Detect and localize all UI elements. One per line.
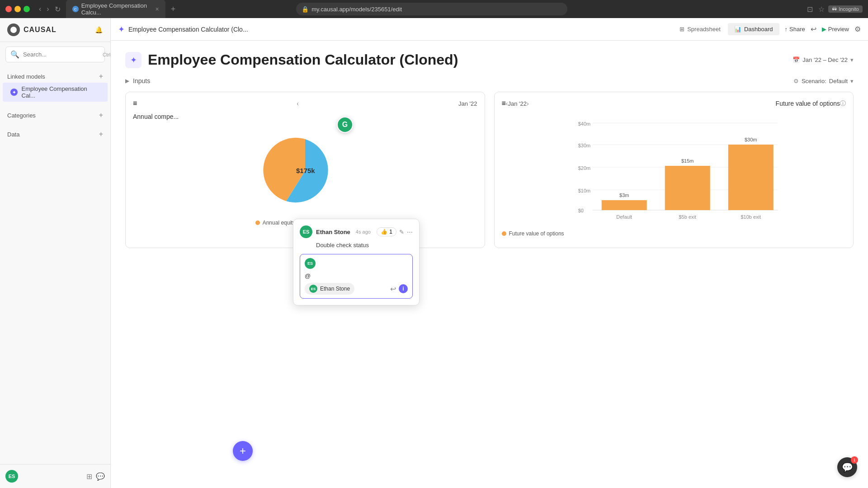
user-avatar: ES xyxy=(5,470,18,483)
comment-edit-btn[interactable]: ✎ xyxy=(399,229,404,235)
model-item-icon: ✦ xyxy=(10,88,18,96)
spreadsheet-icon[interactable]: ⊞ xyxy=(86,472,92,481)
model-title-icon: ✦ xyxy=(118,24,125,34)
add-category-btn[interactable]: + xyxy=(99,111,103,119)
model-title-area: ✦ Employee Compensation Calculator (Clo.… xyxy=(118,24,668,34)
linked-models-header: Linked models + xyxy=(0,70,110,82)
preview-label: Preview xyxy=(828,26,849,33)
new-tab-btn[interactable]: + xyxy=(171,5,176,14)
chart-date-right: Jan '22 xyxy=(508,100,527,107)
comment-actions: 👍 1 ✎ ⋯ xyxy=(377,227,413,236)
share-label: Share xyxy=(789,26,805,33)
chart-header-right: ≡ ‹ Jan '22 › Future value of options ⓘ xyxy=(502,99,846,108)
browser-right-controls: ⊡ ☆ 🕶 Incognito xyxy=(805,3,863,15)
model-title: Employee Compensation Calculator (Clo... xyxy=(128,26,248,33)
comment-like-btn[interactable]: 👍 1 xyxy=(377,227,396,236)
share-btn[interactable]: ↑ Share xyxy=(785,26,805,33)
collaborator-cursor: G xyxy=(337,117,353,133)
annual-comp-chart-card: ≡ ‹ Jan '22 Annual compe... $175k xyxy=(125,92,485,248)
refresh-btn[interactable]: ↻ xyxy=(53,4,62,14)
logo-circle xyxy=(7,23,20,36)
notification-btn[interactable]: 🔔 xyxy=(94,25,103,34)
reply-send-btn[interactable]: ↩ xyxy=(390,285,396,293)
reply-info-btn[interactable]: i xyxy=(399,284,408,293)
dashboard-tab-icon: 📊 xyxy=(734,26,741,33)
bar-default xyxy=(601,200,646,210)
like-count: 1 xyxy=(389,229,392,235)
chat-icon[interactable]: 💬 xyxy=(96,472,105,481)
bookmark-btn[interactable]: ☆ xyxy=(816,3,826,15)
bar-5b xyxy=(665,166,710,210)
spreadsheet-tab-icon: ⊞ xyxy=(679,26,684,33)
logo-text: CAUSAL xyxy=(24,26,57,34)
window-controls xyxy=(5,6,30,12)
page-header: ✦ Employee Compensation Calculator (Clon… xyxy=(125,52,854,68)
chart-prev-btn-left[interactable]: ‹ xyxy=(297,100,299,107)
sidebar-bottom-icons: ⊞ 💬 xyxy=(86,472,105,481)
reply-user-chip: ES Ethan Stone xyxy=(305,283,354,295)
lock-icon: 🔒 xyxy=(302,6,309,13)
main-content: ✦ Employee Compensation Calculator (Clo.… xyxy=(111,18,868,488)
minimize-window-btn[interactable] xyxy=(14,6,21,12)
scenario-value: Default xyxy=(829,78,848,84)
tab-close-btn[interactable]: × xyxy=(155,5,159,13)
y-label-30m: $30m xyxy=(578,143,590,148)
sidebar-item-model[interactable]: ✦ Employee Compensation Cal... xyxy=(3,83,108,102)
add-section-btn[interactable]: + xyxy=(233,441,253,461)
scenario-control[interactable]: ⚙ Scenario: Default ▾ xyxy=(793,78,854,84)
categories-section: Categories + xyxy=(0,106,110,125)
chart-menu-icon: ≡ xyxy=(133,99,137,108)
inputs-toggle-btn[interactable]: ▶ Inputs xyxy=(125,77,150,84)
chart-title-right: Future value of options xyxy=(529,100,840,107)
chip-name: Ethan Stone xyxy=(320,286,350,292)
comment-author-name: Ethan Stone xyxy=(316,229,350,235)
tab-title: Employee Compensation Calcu... xyxy=(81,2,153,16)
page-header-icon: ✦ xyxy=(125,52,142,68)
search-icon: 🔍 xyxy=(10,50,19,59)
cast-btn[interactable]: ⊡ xyxy=(805,3,815,15)
search-input[interactable] xyxy=(23,51,99,58)
scenario-chevron-icon: ▾ xyxy=(850,78,854,84)
share-icon: ↑ xyxy=(785,26,788,33)
history-btn[interactable]: ↩ xyxy=(811,25,816,33)
chart-menu-icon-right: ≡ xyxy=(502,99,506,108)
add-linked-model-btn[interactable]: + xyxy=(99,72,103,80)
y-label-10m: $10m xyxy=(578,188,590,193)
comment-text: Double check status xyxy=(316,242,413,249)
x-label-10b: $10b exit xyxy=(741,214,761,220)
reply-actions: ↩ i xyxy=(390,284,408,293)
comment-author-avatar: ES xyxy=(300,225,312,238)
data-header: Data + xyxy=(0,128,110,140)
maximize-window-btn[interactable] xyxy=(24,6,30,12)
reply-input[interactable] xyxy=(305,272,408,279)
settings-btn[interactable]: ⚙ xyxy=(854,25,861,33)
comment-more-btn[interactable]: ⋯ xyxy=(407,229,413,235)
pie-chart-svg: $175k xyxy=(255,130,355,211)
close-window-btn[interactable] xyxy=(5,6,12,12)
date-range-selector[interactable]: 📅 Jan '22 – Dec '22 ▾ xyxy=(793,56,854,63)
add-data-btn[interactable]: + xyxy=(99,130,103,138)
legend-dot-future-value xyxy=(502,231,506,236)
tab-dashboard[interactable]: 📊 Dashboard xyxy=(728,23,779,35)
top-bar: ✦ Employee Compensation Calculator (Clo.… xyxy=(111,18,868,41)
browser-tab[interactable]: C Employee Compensation Calcu... × xyxy=(66,0,165,19)
back-btn[interactable]: ‹ xyxy=(37,4,43,14)
linked-models-label: Linked models xyxy=(7,73,45,80)
preview-btn[interactable]: ▶ Preview xyxy=(822,26,849,33)
notification-icon: 🔔 xyxy=(95,26,103,33)
bar-chart-svg: $40m $30m $20m $10m $0 xyxy=(502,117,846,225)
chat-btn[interactable]: 💬 1 xyxy=(837,457,857,477)
address-bar[interactable]: 🔒 my.causal.app/models/235651/edit xyxy=(296,3,567,15)
forward-btn[interactable]: › xyxy=(45,4,51,14)
comment-header: ES Ethan Stone 4s ago 👍 1 ✎ ⋯ xyxy=(300,225,413,238)
inputs-chevron-icon: ▶ xyxy=(125,78,129,84)
incognito-icon: 🕶 xyxy=(832,6,837,12)
tab-spreadsheet[interactable]: ⊞ Spreadsheet xyxy=(673,23,727,35)
chart-info-btn[interactable]: ⓘ xyxy=(840,99,846,108)
inputs-section: ▶ Inputs ⚙ Scenario: Default ▾ xyxy=(125,77,854,84)
tab-favicon: C xyxy=(72,6,79,12)
page-header-right: 📅 Jan '22 – Dec '22 ▾ xyxy=(793,56,854,63)
reply-avatar: ES xyxy=(305,258,316,269)
logo-inner xyxy=(10,27,17,33)
search-bar[interactable]: 🔍 Ctrl+K xyxy=(5,47,105,62)
